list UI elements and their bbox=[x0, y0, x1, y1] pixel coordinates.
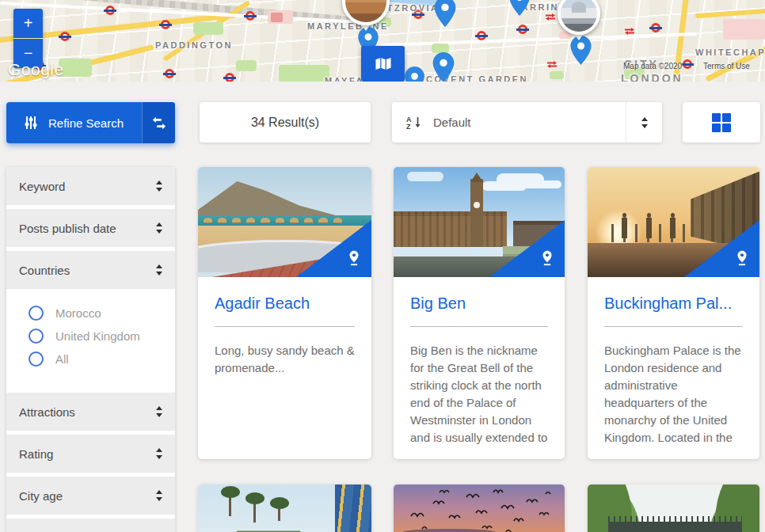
radio-label: All bbox=[55, 352, 69, 366]
chevron-down-icon bbox=[641, 124, 648, 128]
rail-station-icon bbox=[546, 57, 558, 71]
card-title[interactable]: Agadir Beach bbox=[215, 294, 355, 313]
radio-option-united-kingdom[interactable]: United Kingdom bbox=[29, 325, 175, 348]
refine-search-main[interactable]: Refine Search bbox=[6, 116, 142, 130]
results-count: 34 Result(s) bbox=[200, 102, 371, 142]
result-card[interactable] bbox=[198, 484, 371, 532]
marker-photo bbox=[561, 0, 597, 32]
places-search-page: PADDINGTON MARYLEBONE FITZROVIA FARRINGD… bbox=[0, 0, 765, 532]
map-view-toggle-button[interactable] bbox=[361, 46, 405, 82]
radio-icon[interactable] bbox=[29, 306, 44, 321]
filter-rating[interactable]: Rating bbox=[6, 435, 175, 473]
map-pin[interactable] bbox=[432, 52, 455, 82]
sort-dropdown[interactable]: A Z Default bbox=[392, 102, 662, 142]
map-park bbox=[279, 65, 329, 82]
card-image[interactable] bbox=[198, 484, 371, 532]
card-image[interactable] bbox=[394, 167, 565, 277]
radio-label: United Kingdom bbox=[55, 329, 140, 343]
filter-sliders-icon bbox=[24, 116, 38, 130]
tube-station-icon bbox=[165, 69, 174, 78]
map-pin[interactable] bbox=[509, 0, 530, 19]
sort-alpha-icon: A Z bbox=[406, 116, 422, 130]
filter-item-partial[interactable] bbox=[6, 519, 175, 532]
card-image[interactable] bbox=[588, 484, 759, 532]
filter-label: Posts publish date bbox=[19, 222, 116, 235]
filter-countries[interactable]: Countries bbox=[6, 251, 175, 289]
card-divider bbox=[604, 326, 743, 327]
radio-icon[interactable] bbox=[29, 352, 44, 367]
map-pin[interactable] bbox=[570, 36, 592, 68]
tube-station-icon bbox=[161, 20, 170, 29]
radio-option-morocco[interactable]: Morocco bbox=[29, 302, 175, 325]
filter-label: City age bbox=[19, 489, 63, 503]
tube-station-icon bbox=[683, 59, 692, 69]
zoom-in-button[interactable]: + bbox=[13, 9, 43, 38]
tube-station-icon bbox=[60, 32, 70, 41]
radio-icon[interactable] bbox=[29, 329, 44, 344]
card-image[interactable] bbox=[198, 167, 371, 277]
toggle-filters-panel-button[interactable] bbox=[142, 102, 175, 143]
result-card[interactable] bbox=[394, 484, 565, 532]
filter-attractions[interactable]: Attractions bbox=[6, 393, 175, 431]
result-card-agadir-beach[interactable]: Agadir Beach Long, busy sandy beach & pr… bbox=[198, 167, 371, 459]
radio-label: Morocco bbox=[55, 306, 101, 320]
radio-option-all[interactable]: All bbox=[29, 348, 175, 370]
map-pin[interactable] bbox=[434, 0, 456, 30]
pin-drop-icon[interactable] bbox=[539, 249, 556, 270]
map-park bbox=[550, 71, 564, 79]
expander-icon bbox=[156, 406, 162, 417]
countries-options-panel: Morocco United Kingdom All bbox=[6, 289, 175, 389]
result-card-buckingham-palace[interactable]: Buckingham Pal... Buckingham Palace is t… bbox=[588, 167, 759, 459]
filter-city-age[interactable]: City age bbox=[6, 477, 175, 515]
grid-view-button[interactable] bbox=[683, 102, 760, 142]
map-canvas[interactable]: PADDINGTON MARYLEBONE FITZROVIA FARRINGD… bbox=[0, 0, 765, 82]
tube-station-icon bbox=[651, 23, 660, 32]
marker-photo bbox=[345, 0, 386, 22]
refine-search-label: Refine Search bbox=[48, 116, 124, 130]
filter-label: Attractions bbox=[19, 405, 75, 419]
filter-label: Countries bbox=[19, 264, 70, 277]
result-card[interactable] bbox=[588, 484, 759, 532]
grid-view-icon bbox=[712, 113, 731, 132]
card-description: Big Ben is the nickname for the Great Be… bbox=[410, 342, 548, 446]
sort-selected-value: Default bbox=[433, 116, 626, 129]
sort-spinner[interactable] bbox=[626, 102, 662, 142]
terms-of-use-link[interactable]: Terms of Use bbox=[703, 62, 750, 70]
google-logo[interactable]: Google bbox=[8, 60, 64, 79]
svg-text:Z: Z bbox=[406, 123, 411, 130]
map-pin[interactable] bbox=[405, 66, 424, 82]
pin-drop-icon[interactable] bbox=[345, 249, 363, 270]
expander-icon bbox=[156, 222, 162, 234]
card-title[interactable]: Big Ben bbox=[410, 294, 548, 313]
map-zoom-control: + − bbox=[13, 9, 43, 68]
chevron-up-icon bbox=[641, 117, 648, 121]
rail-station-icon bbox=[624, 24, 635, 38]
card-image[interactable] bbox=[394, 484, 565, 532]
card-divider bbox=[410, 326, 548, 327]
tube-station-icon bbox=[105, 6, 115, 15]
refine-search-button[interactable]: Refine Search bbox=[6, 102, 175, 143]
filter-posts-publish-date[interactable]: Posts publish date bbox=[6, 209, 175, 247]
birds-silhouettes bbox=[394, 484, 565, 532]
filter-keyword[interactable]: Keyword bbox=[6, 167, 175, 205]
card-image[interactable] bbox=[588, 167, 759, 277]
map-label-london: LONDON bbox=[621, 72, 683, 82]
card-description: Buckingham Palace is the London residenc… bbox=[604, 342, 743, 446]
map-park bbox=[193, 22, 223, 35]
filters-sidebar: Keyword Posts publish date Countries Mor… bbox=[6, 167, 175, 532]
map-label-paddington: PADDINGTON bbox=[155, 40, 233, 50]
card-description: Long, busy sandy beach & promenade... bbox=[215, 342, 355, 377]
pin-drop-icon[interactable] bbox=[733, 249, 751, 270]
map-attribution: Map data ©2020 bbox=[623, 62, 682, 70]
result-card-big-ben[interactable]: Big Ben Big Ben is the nickname for the … bbox=[394, 167, 565, 459]
map-icon bbox=[375, 57, 392, 70]
card-title[interactable]: Buckingham Pal... bbox=[604, 294, 743, 313]
expander-icon bbox=[156, 264, 162, 276]
filter-label: Rating bbox=[19, 447, 53, 461]
tube-station-icon bbox=[477, 31, 486, 40]
card-divider bbox=[215, 326, 355, 327]
tube-station-icon bbox=[518, 25, 527, 34]
map-district bbox=[723, 19, 765, 40]
map-district bbox=[271, 13, 283, 22]
swap-arrows-icon bbox=[151, 116, 167, 131]
